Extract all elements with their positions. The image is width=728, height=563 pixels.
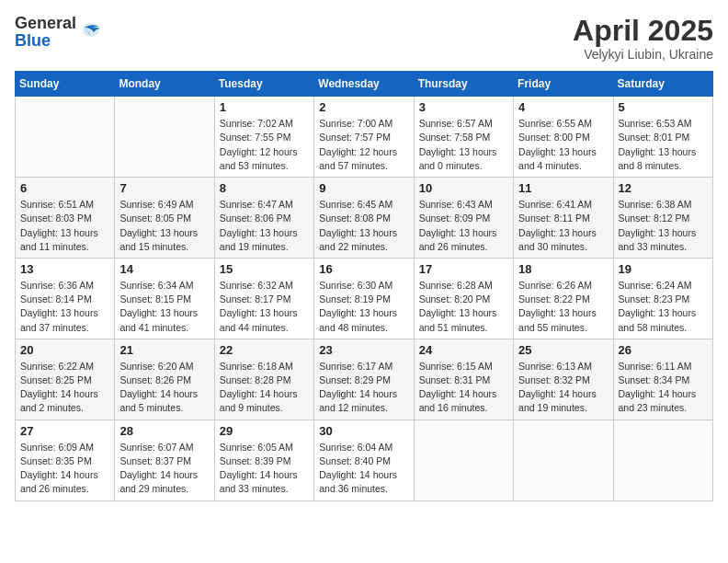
day-cell: 30Sunrise: 6:04 AM Sunset: 8:40 PM Dayli… — [314, 419, 414, 500]
day-info: Sunrise: 6:55 AM Sunset: 8:00 PM Dayligh… — [518, 117, 608, 173]
title-block: April 2025 Velykyi Liubin, Ukraine — [573, 15, 713, 62]
day-number: 29 — [220, 424, 309, 438]
day-number: 12 — [619, 181, 708, 195]
week-row-1: 1Sunrise: 7:02 AM Sunset: 7:55 PM Daylig… — [16, 97, 713, 178]
weekday-header-monday: Monday — [115, 72, 214, 97]
week-row-5: 27Sunrise: 6:09 AM Sunset: 8:35 PM Dayli… — [16, 419, 713, 500]
day-info: Sunrise: 6:49 AM Sunset: 8:05 PM Dayligh… — [119, 198, 209, 254]
day-cell — [613, 419, 712, 500]
day-cell: 15Sunrise: 6:32 AM Sunset: 8:17 PM Dayli… — [214, 258, 313, 339]
day-cell: 11Sunrise: 6:41 AM Sunset: 8:11 PM Dayli… — [514, 178, 613, 259]
month-title: April 2025 — [573, 15, 713, 47]
day-number: 10 — [419, 181, 508, 195]
day-cell: 8Sunrise: 6:47 AM Sunset: 8:06 PM Daylig… — [214, 178, 313, 259]
day-cell — [414, 419, 513, 500]
day-number: 30 — [319, 424, 408, 438]
day-number: 21 — [119, 343, 209, 357]
day-info: Sunrise: 6:38 AM Sunset: 8:12 PM Dayligh… — [619, 198, 708, 254]
day-info: Sunrise: 6:18 AM Sunset: 8:28 PM Dayligh… — [220, 360, 309, 416]
logo-bird-icon — [79, 20, 103, 44]
day-cell: 20Sunrise: 6:22 AM Sunset: 8:25 PM Dayli… — [16, 339, 115, 419]
day-number: 8 — [220, 181, 309, 195]
day-info: Sunrise: 6:15 AM Sunset: 8:31 PM Dayligh… — [419, 360, 508, 416]
day-info: Sunrise: 6:20 AM Sunset: 8:26 PM Dayligh… — [119, 360, 209, 416]
day-number: 27 — [20, 424, 109, 438]
day-cell: 4Sunrise: 6:55 AM Sunset: 8:00 PM Daylig… — [514, 97, 613, 178]
day-info: Sunrise: 6:11 AM Sunset: 8:34 PM Dayligh… — [619, 360, 708, 416]
day-number: 19 — [619, 262, 708, 276]
day-cell: 27Sunrise: 6:09 AM Sunset: 8:35 PM Dayli… — [16, 419, 115, 500]
day-number: 28 — [119, 424, 209, 438]
logo-blue: Blue — [15, 31, 51, 50]
day-info: Sunrise: 6:24 AM Sunset: 8:23 PM Dayligh… — [619, 279, 708, 335]
day-cell — [514, 419, 613, 500]
day-number: 15 — [220, 262, 309, 276]
day-cell: 12Sunrise: 6:38 AM Sunset: 8:12 PM Dayli… — [613, 178, 712, 259]
week-row-4: 20Sunrise: 6:22 AM Sunset: 8:25 PM Dayli… — [16, 339, 713, 419]
day-info: Sunrise: 6:22 AM Sunset: 8:25 PM Dayligh… — [20, 360, 109, 416]
day-info: Sunrise: 6:04 AM Sunset: 8:40 PM Dayligh… — [319, 441, 408, 497]
day-info: Sunrise: 6:45 AM Sunset: 8:08 PM Dayligh… — [319, 198, 408, 254]
day-number: 1 — [220, 100, 309, 114]
day-info: Sunrise: 6:57 AM Sunset: 7:58 PM Dayligh… — [419, 117, 508, 173]
day-cell: 26Sunrise: 6:11 AM Sunset: 8:34 PM Dayli… — [613, 339, 712, 419]
logo: General Blue — [15, 15, 103, 50]
day-number: 13 — [20, 262, 109, 276]
day-cell: 23Sunrise: 6:17 AM Sunset: 8:29 PM Dayli… — [314, 339, 414, 419]
weekday-header-row: SundayMondayTuesdayWednesdayThursdayFrid… — [16, 72, 713, 97]
day-number: 7 — [119, 181, 209, 195]
day-number: 25 — [518, 343, 608, 357]
day-number: 26 — [619, 343, 708, 357]
day-info: Sunrise: 6:32 AM Sunset: 8:17 PM Dayligh… — [220, 279, 309, 335]
day-cell — [115, 97, 214, 178]
day-cell: 22Sunrise: 6:18 AM Sunset: 8:28 PM Dayli… — [214, 339, 313, 419]
day-info: Sunrise: 6:47 AM Sunset: 8:06 PM Dayligh… — [220, 198, 309, 254]
day-number: 23 — [319, 343, 408, 357]
day-info: Sunrise: 6:28 AM Sunset: 8:20 PM Dayligh… — [419, 279, 508, 335]
day-info: Sunrise: 6:41 AM Sunset: 8:11 PM Dayligh… — [518, 198, 608, 254]
day-cell: 7Sunrise: 6:49 AM Sunset: 8:05 PM Daylig… — [115, 178, 214, 259]
day-number: 3 — [419, 100, 508, 114]
week-row-2: 6Sunrise: 6:51 AM Sunset: 8:03 PM Daylig… — [16, 178, 713, 259]
day-info: Sunrise: 6:53 AM Sunset: 8:01 PM Dayligh… — [619, 117, 708, 173]
day-number: 2 — [319, 100, 408, 114]
day-cell: 17Sunrise: 6:28 AM Sunset: 8:20 PM Dayli… — [414, 258, 513, 339]
day-info: Sunrise: 6:09 AM Sunset: 8:35 PM Dayligh… — [20, 441, 109, 497]
weekday-header-wednesday: Wednesday — [314, 72, 414, 97]
day-cell: 13Sunrise: 6:36 AM Sunset: 8:14 PM Dayli… — [16, 258, 115, 339]
day-info: Sunrise: 6:34 AM Sunset: 8:15 PM Dayligh… — [119, 279, 209, 335]
day-cell: 19Sunrise: 6:24 AM Sunset: 8:23 PM Dayli… — [613, 258, 712, 339]
page-header: General Blue April 2025 Velykyi Liubin, … — [15, 15, 713, 62]
day-info: Sunrise: 6:43 AM Sunset: 8:09 PM Dayligh… — [419, 198, 508, 254]
day-cell — [16, 97, 115, 178]
day-cell: 18Sunrise: 6:26 AM Sunset: 8:22 PM Dayli… — [514, 258, 613, 339]
day-number: 16 — [319, 262, 408, 276]
day-info: Sunrise: 7:00 AM Sunset: 7:57 PM Dayligh… — [319, 117, 408, 173]
day-info: Sunrise: 7:02 AM Sunset: 7:55 PM Dayligh… — [220, 117, 309, 173]
day-info: Sunrise: 6:05 AM Sunset: 8:39 PM Dayligh… — [220, 441, 309, 497]
day-number: 4 — [518, 100, 608, 114]
weekday-header-friday: Friday — [514, 72, 613, 97]
weekday-header-sunday: Sunday — [16, 72, 115, 97]
day-number: 24 — [419, 343, 508, 357]
day-cell: 21Sunrise: 6:20 AM Sunset: 8:26 PM Dayli… — [115, 339, 214, 419]
day-cell: 1Sunrise: 7:02 AM Sunset: 7:55 PM Daylig… — [214, 97, 313, 178]
day-number: 6 — [20, 181, 109, 195]
day-cell: 9Sunrise: 6:45 AM Sunset: 8:08 PM Daylig… — [314, 178, 414, 259]
day-cell: 10Sunrise: 6:43 AM Sunset: 8:09 PM Dayli… — [414, 178, 513, 259]
day-info: Sunrise: 6:07 AM Sunset: 8:37 PM Dayligh… — [119, 441, 209, 497]
weekday-header-saturday: Saturday — [613, 72, 712, 97]
day-cell: 2Sunrise: 7:00 AM Sunset: 7:57 PM Daylig… — [314, 97, 414, 178]
weekday-header-thursday: Thursday — [414, 72, 513, 97]
logo-general: General — [15, 14, 76, 32]
location: Velykyi Liubin, Ukraine — [573, 47, 713, 62]
day-number: 22 — [220, 343, 309, 357]
day-cell: 25Sunrise: 6:13 AM Sunset: 8:32 PM Dayli… — [514, 339, 613, 419]
day-info: Sunrise: 6:13 AM Sunset: 8:32 PM Dayligh… — [518, 360, 608, 416]
day-cell: 28Sunrise: 6:07 AM Sunset: 8:37 PM Dayli… — [115, 419, 214, 500]
day-info: Sunrise: 6:51 AM Sunset: 8:03 PM Dayligh… — [20, 198, 109, 254]
calendar-table: SundayMondayTuesdayWednesdayThursdayFrid… — [15, 71, 713, 500]
day-cell: 16Sunrise: 6:30 AM Sunset: 8:19 PM Dayli… — [314, 258, 414, 339]
week-row-3: 13Sunrise: 6:36 AM Sunset: 8:14 PM Dayli… — [16, 258, 713, 339]
logo-text: General Blue — [15, 15, 76, 50]
